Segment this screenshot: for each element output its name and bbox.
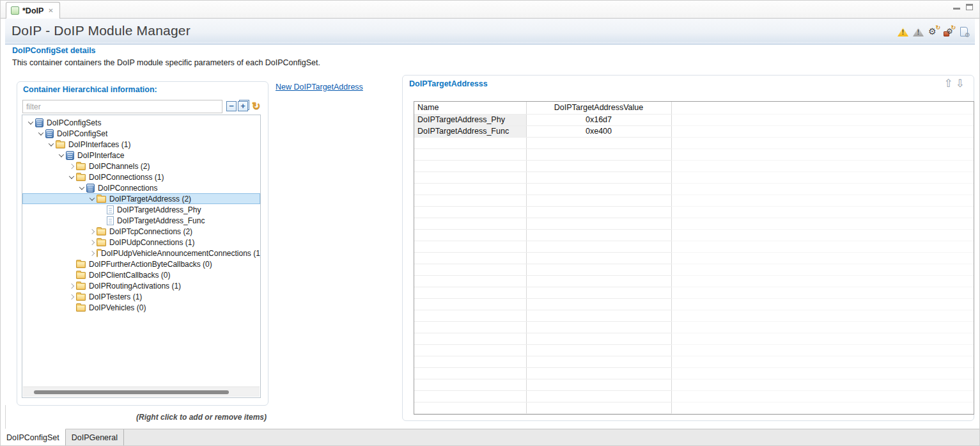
tree-item[interactable]: DoIPRoutingActivations (1): [22, 280, 260, 291]
expander-icon[interactable]: [67, 292, 76, 301]
tree-item[interactable]: DoIPFurtherActionByteCallbacks (0): [22, 259, 260, 269]
horizontal-scrollbar-thumb[interactable]: [34, 390, 229, 394]
table-empty-row: [414, 402, 974, 413]
tree-item[interactable]: DoIPClientCallbacks (0): [22, 269, 260, 280]
table-row[interactable]: DoIPTargetAddress_Phy 0x16d7: [414, 114, 974, 125]
tree-item[interactable]: DoIPConfigSet: [22, 128, 260, 139]
expander-icon[interactable]: [88, 238, 97, 247]
table-empty-row: [414, 183, 974, 195]
folder-icon: [76, 163, 86, 170]
maximize-icon[interactable]: [966, 4, 973, 10]
tree-item[interactable]: DoIPTargetAddress_Func: [22, 215, 260, 226]
table-header-row: Name DoIPTargetAddressValue: [414, 102, 974, 114]
expander-icon[interactable]: [57, 151, 66, 160]
table-empty-row: [414, 264, 974, 275]
table-empty-row: [414, 310, 974, 321]
table-empty-row: [414, 241, 974, 252]
tree-item[interactable]: DoIPConnectionss (1): [22, 171, 260, 182]
expander-icon[interactable]: [88, 227, 97, 236]
tree-item[interactable]: DoIPVehicles (0): [22, 302, 260, 313]
warning-yellow-icon[interactable]: !: [898, 27, 908, 37]
table-empty-row: [414, 137, 974, 148]
expander-icon: [67, 303, 76, 312]
tree-item[interactable]: DoIPInterface: [22, 150, 260, 161]
table-empty-row: [414, 229, 974, 241]
tree-item[interactable]: DoIPTesters (1): [22, 291, 260, 302]
target-address-section: DoIPTargetAddresss ⇧ ⇩ Name DoIPTargetAd…: [402, 75, 974, 421]
table-row[interactable]: DoIPTargetAddress_Func 0xe400: [414, 125, 974, 137]
target-address-table: Name DoIPTargetAddressValue DoIPTargetAd…: [414, 101, 974, 415]
expander-icon: [67, 271, 76, 280]
move-down-icon[interactable]: ⇩: [956, 77, 965, 91]
table-empty-row: [414, 298, 974, 310]
horizontal-scrollbar[interactable]: [23, 386, 260, 397]
folder-icon: [76, 272, 86, 279]
tree-item[interactable]: DoIPTargetAddress_Phy: [22, 204, 260, 215]
table-empty-row: [414, 390, 974, 402]
bottom-tab-doipgeneral[interactable]: DoIPGeneral: [66, 429, 124, 445]
column-header-name[interactable]: Name: [414, 102, 526, 114]
tree-item[interactable]: DoIPInterfaces (1): [22, 139, 260, 150]
page-title: DoIP - DoIP Module Manager: [12, 23, 191, 38]
table-empty-row: [414, 344, 974, 356]
expander-icon[interactable]: [36, 129, 45, 138]
details-heading: DoIPConfigSet details: [12, 46, 320, 55]
warning-gray-icon[interactable]: !: [913, 27, 924, 37]
validate-gear-icon[interactable]: ⚙↻: [928, 27, 939, 37]
expand-all-icon[interactable]: +: [238, 101, 248, 111]
module-icon: [86, 184, 95, 193]
expander-icon: [67, 260, 76, 269]
cell-value[interactable]: 0xe400: [526, 125, 671, 137]
bottom-tab-doipconfigset[interactable]: DoIPConfigSet: [1, 429, 66, 445]
file-icon: [107, 216, 114, 225]
tree-item[interactable]: DoIPUdpConnections (1): [22, 237, 260, 248]
expander-icon[interactable]: [67, 173, 76, 182]
validate-red-gear-icon[interactable]: ⚙↻: [944, 27, 954, 37]
folder-icon: [97, 239, 106, 246]
expander-icon[interactable]: [26, 118, 35, 127]
folder-icon: [97, 228, 106, 235]
right-section-title: DoIPTargetAddresss: [409, 79, 488, 88]
tree-item[interactable]: DoIPUdpVehicleAnnouncementConnections (1…: [22, 248, 260, 259]
minimize-icon[interactable]: [953, 4, 960, 10]
move-up-icon[interactable]: ⇧: [944, 77, 953, 91]
tree-item[interactable]: DoIPConfigSets: [22, 117, 260, 128]
folder-icon: [76, 283, 86, 290]
left-section-title: Container Hierarchical information:: [23, 85, 157, 94]
cell-value[interactable]: 0x16d7: [526, 114, 671, 125]
expander-icon[interactable]: [77, 184, 86, 193]
application-window: *DoIP ✕ DoIP - DoIP Module Manager ! ! ⚙…: [0, 0, 980, 446]
new-doip-target-address-link[interactable]: New DoIPTargetAddress: [276, 83, 363, 92]
folder-icon: [76, 261, 86, 268]
filter-input[interactable]: [22, 100, 222, 113]
editor-tab-label: *DoIP: [22, 6, 43, 15]
cell-name[interactable]: DoIPTargetAddress_Phy: [414, 114, 526, 125]
table-empty-row: [414, 206, 974, 218]
table-empty-row: [414, 367, 974, 379]
expander-icon[interactable]: [67, 162, 76, 171]
table-empty-row: [414, 252, 974, 264]
column-header-value[interactable]: DoIPTargetAddressValue: [526, 102, 671, 114]
generate-document-icon[interactable]: ⚙: [959, 27, 970, 37]
editor-tab-doip[interactable]: *DoIP ✕: [6, 2, 60, 19]
expander-icon[interactable]: [67, 282, 76, 291]
close-icon[interactable]: ✕: [48, 7, 53, 14]
tree-item[interactable]: DoIPTcpConnections (2): [22, 226, 260, 237]
expander-icon[interactable]: [88, 195, 97, 203]
table-empty-row: [414, 275, 974, 287]
folder-icon: [76, 174, 86, 181]
table-empty-row: [414, 287, 974, 298]
table-empty-row: [414, 333, 974, 344]
collapse-all-icon[interactable]: −: [226, 101, 237, 111]
table-empty-row: [414, 379, 974, 390]
editor-tabstrip: *DoIP ✕: [1, 1, 979, 19]
tree-item[interactable]: DoIPChannels (2): [22, 161, 260, 171]
tree-item[interactable]: DoIPConnections: [22, 182, 260, 193]
tree-item[interactable]: DoIPTargetAddresss (2): [22, 193, 260, 204]
folder-icon: [97, 196, 106, 203]
refresh-icon[interactable]: ↻: [252, 100, 260, 113]
expander-icon[interactable]: [47, 140, 56, 149]
expander-icon[interactable]: [88, 249, 97, 258]
cell-name[interactable]: DoIPTargetAddress_Func: [414, 125, 526, 137]
expander-icon: [98, 216, 107, 225]
